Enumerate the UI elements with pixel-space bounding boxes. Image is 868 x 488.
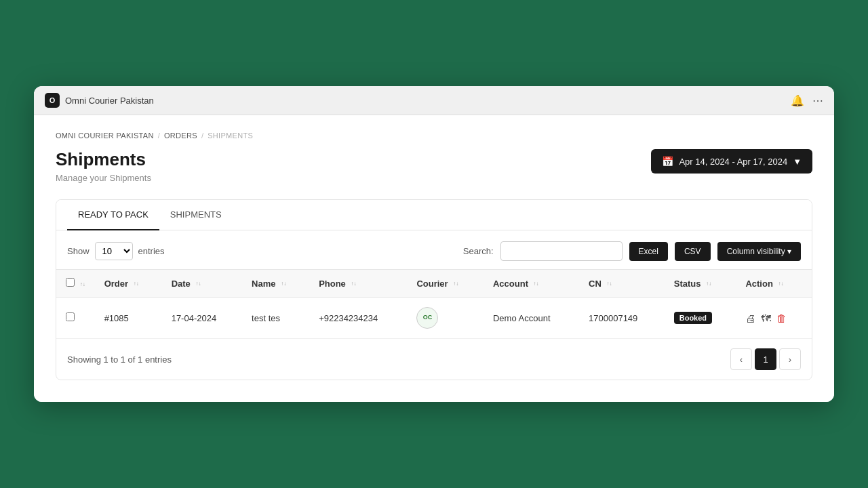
- next-page-button[interactable]: ›: [779, 348, 801, 370]
- table-header-row: ↑↓ Order ↑↓ Date ↑↓ Name ↑↓: [56, 270, 812, 298]
- csv-button[interactable]: CSV: [675, 242, 711, 261]
- excel-button[interactable]: Excel: [629, 242, 668, 261]
- row-checkbox-cell: [56, 298, 95, 339]
- dropdown-arrow-icon: ▼: [793, 157, 802, 167]
- app-title: Omni Courier Pakistan: [65, 96, 154, 106]
- sort-arrows-name[interactable]: ↑↓: [281, 281, 286, 287]
- sort-arrows-order[interactable]: ↑↓: [134, 281, 139, 287]
- title-bar: O Omni Courier Pakistan 🔔 ⋯: [34, 86, 834, 115]
- col-date: Date ↑↓: [162, 270, 242, 298]
- page-header: Shipments Manage your Shipments 📅 Apr 14…: [56, 149, 812, 183]
- col-action: Action ↑↓: [736, 270, 812, 298]
- main-content: OMNI COURIER PAKISTAN / ORDERS / SHIPMEN…: [34, 115, 834, 402]
- more-options-icon[interactable]: ⋯: [812, 94, 823, 107]
- sort-arrows-action[interactable]: ↑↓: [778, 281, 783, 287]
- search-input[interactable]: [500, 241, 623, 261]
- date-range-label: Apr 14, 2024 - Apr 17, 2024: [679, 157, 787, 167]
- table-row: #1085 17-04-2024 test tes +92234234234 O…: [56, 298, 812, 339]
- sort-arrows-phone[interactable]: ↑↓: [351, 281, 356, 287]
- search-label: Search:: [463, 246, 494, 256]
- title-bar-actions: 🔔 ⋯: [791, 94, 823, 107]
- entries-label: entries: [138, 246, 165, 256]
- page-title: Shipments: [56, 149, 151, 170]
- sort-arrows-courier[interactable]: ↑↓: [453, 281, 458, 287]
- main-card: READY TO PACK SHIPMENTS Show 10 25 50 10…: [56, 199, 812, 380]
- row-date: 17-04-2024: [162, 298, 242, 339]
- show-label: Show: [67, 246, 90, 256]
- browser-window: O Omni Courier Pakistan 🔔 ⋯ OMNI COURIER…: [34, 86, 834, 402]
- sort-arrows-status[interactable]: ↑↓: [706, 281, 711, 287]
- bell-icon[interactable]: 🔔: [791, 94, 804, 107]
- tab-shipments[interactable]: SHIPMENTS: [159, 200, 233, 230]
- app-icon: O: [45, 93, 60, 108]
- courier-logo: OC: [416, 307, 438, 329]
- col-order: Order ↑↓: [95, 270, 162, 298]
- tab-ready-to-pack[interactable]: READY TO PACK: [67, 200, 159, 230]
- row-courier: OC: [407, 298, 484, 339]
- breadcrumb-part1[interactable]: OMNI COURIER PAKISTAN: [56, 131, 154, 140]
- breadcrumb-part2[interactable]: ORDERS: [164, 131, 197, 140]
- row-status: Booked: [665, 298, 736, 339]
- breadcrumb-sep2: /: [201, 131, 203, 140]
- row-account: Demo Account: [484, 298, 579, 339]
- table-controls: Show 10 25 50 100 entries Search: Excel …: [56, 230, 812, 269]
- sort-arrows-account[interactable]: ↑↓: [534, 281, 539, 287]
- title-bar-left: O Omni Courier Pakistan: [45, 93, 154, 108]
- col-phone: Phone ↑↓: [309, 270, 407, 298]
- row-action: 🖨 🗺 🗑: [736, 298, 812, 339]
- calendar-icon: 📅: [662, 156, 673, 167]
- row-phone: +92234234234: [309, 298, 407, 339]
- select-all-checkbox[interactable]: [66, 278, 75, 287]
- pagination-buttons: ‹ 1 ›: [730, 348, 801, 370]
- sort-arrows-date[interactable]: ↑↓: [195, 281, 201, 287]
- tab-bar: READY TO PACK SHIPMENTS: [56, 200, 812, 230]
- print-icon[interactable]: 🖨: [745, 312, 755, 324]
- show-entries: Show 10 25 50 100 entries: [67, 242, 165, 260]
- sort-arrows-checkbox: ↑↓: [80, 282, 85, 287]
- entries-select[interactable]: 10 25 50 100: [95, 242, 133, 260]
- pagination-info: Showing 1 to 1 of 1 entries: [67, 354, 172, 365]
- shipments-table: ↑↓ Order ↑↓ Date ↑↓ Name ↑↓: [56, 269, 812, 339]
- col-account: Account ↑↓: [484, 270, 579, 298]
- row-cn: 1700007149: [579, 298, 665, 339]
- breadcrumb: OMNI COURIER PAKISTAN / ORDERS / SHIPMEN…: [56, 131, 812, 140]
- col-name: Name ↑↓: [242, 270, 309, 298]
- row-name: test tes: [242, 298, 309, 339]
- delete-icon[interactable]: 🗑: [776, 312, 787, 324]
- page-subtitle: Manage your Shipments: [56, 173, 151, 183]
- col-courier: Courier ↑↓: [407, 270, 484, 298]
- column-visibility-button[interactable]: Column visibility ▾: [717, 242, 801, 261]
- col-status: Status ↑↓: [665, 270, 736, 298]
- row-order: #1085: [95, 298, 162, 339]
- prev-page-button[interactable]: ‹: [730, 348, 752, 370]
- action-icons: 🖨 🗺 🗑: [745, 312, 802, 324]
- map-icon[interactable]: 🗺: [761, 312, 771, 324]
- col-cn: CN ↑↓: [579, 270, 665, 298]
- col-vis-arrow: ▾: [787, 247, 791, 256]
- page-1-button[interactable]: 1: [755, 348, 776, 370]
- select-all-col: ↑↓: [56, 270, 95, 298]
- breadcrumb-sep1: /: [158, 131, 160, 140]
- date-range-button[interactable]: 📅 Apr 14, 2024 - Apr 17, 2024 ▼: [651, 149, 812, 174]
- pagination-row: Showing 1 to 1 of 1 entries ‹ 1 ›: [56, 339, 812, 380]
- status-badge: Booked: [674, 312, 712, 324]
- row-checkbox[interactable]: [66, 312, 75, 321]
- search-area: Search: Excel CSV Column visibility ▾: [463, 241, 801, 261]
- sort-arrows-cn[interactable]: ↑↓: [606, 281, 612, 287]
- page-header-text: Shipments Manage your Shipments: [56, 149, 151, 183]
- breadcrumb-part3: SHIPMENTS: [208, 131, 253, 140]
